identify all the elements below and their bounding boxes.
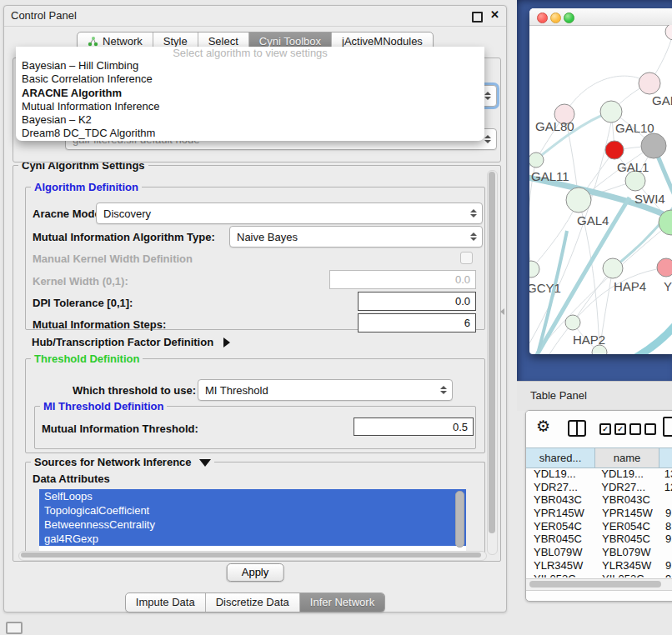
tab-label: Cyni Toolbox <box>259 35 321 48</box>
dropdown-item[interactable]: Basic Correlation Inference <box>16 72 484 86</box>
gray-node[interactable] <box>641 133 666 158</box>
node-label: HAP4 <box>614 279 646 293</box>
kernel-width-field[interactable]: 0.0 <box>329 270 476 289</box>
dropdown-item[interactable]: ARACNE Algorithm <box>16 87 484 100</box>
mi-type-combobox[interactable]: Naive Bayes <box>229 226 483 248</box>
float-panel-icon[interactable] <box>472 12 483 22</box>
network-graph[interactable]: GALGAL80GAL10GAL1GAL11GAL4SWI4GCY1HAP4YH… <box>529 25 672 354</box>
threshold-definition-title: Threshold Definition <box>31 352 143 365</box>
hub-definition-toggle[interactable]: Hub/Transcription Factor Definition <box>32 336 230 348</box>
network-window-titlebar[interactable] <box>529 8 672 26</box>
split-pane-collapse-handle[interactable] <box>500 308 504 315</box>
dropdown-item[interactable]: Dream8 DC_TDC Algorithm <box>16 127 484 140</box>
table-cell: YDR27... <box>594 481 656 494</box>
table-row[interactable]: YIL053CYIL053C9 <box>526 572 672 578</box>
dropdown-item[interactable]: Bayesian – K2 <box>16 113 484 127</box>
node-label: SWI4 <box>634 192 665 206</box>
gal4-node[interactable] <box>566 188 591 212</box>
gcy1-node[interactable] <box>529 261 539 278</box>
table-row[interactable]: YBR043CYBR043C <box>526 493 672 507</box>
control-panel-titlebar: Control Panel ✕ <box>4 6 506 27</box>
close-panel-icon[interactable]: ✕ <box>490 8 499 21</box>
zoom-window-icon[interactable] <box>564 12 574 23</box>
table-panel-title: Table Panel <box>530 389 587 402</box>
sources-title[interactable]: Sources for Network Inference <box>31 456 214 468</box>
table-horizontal-scrollbar[interactable] <box>526 578 672 591</box>
apply-button[interactable]: Apply <box>227 563 284 582</box>
kernel-width-value: 0.0 <box>455 273 470 286</box>
select-all-icon[interactable]: ✓✓ <box>599 423 626 435</box>
network-view-panel: GALGAL80GAL10GAL1GAL11GAL4SWI4GCY1HAP4YH… <box>517 0 672 381</box>
table-header-row: shared...name <box>526 448 672 468</box>
table-cell: YLR345W <box>594 559 658 572</box>
kernel-width-label: Kernel Width (0,1): <box>33 275 128 288</box>
dpi-tolerance-label: DPI Tolerance [0,1]: <box>33 297 133 309</box>
list-scrollbar[interactable] <box>455 491 464 548</box>
table-cell: YIL053C <box>526 572 594 578</box>
data-attributes-label: Data Attributes <box>33 472 110 485</box>
scrollbar-thumb[interactable] <box>529 581 661 588</box>
salmon-node[interactable] <box>657 258 672 277</box>
attribute-list-item-selected[interactable]: TopologicalCoefficient <box>39 503 466 518</box>
minimize-window-icon[interactable] <box>550 12 561 23</box>
algorithm-dropdown[interactable]: Select algorithm to view settings Bayesi… <box>16 47 484 141</box>
hap2-node[interactable] <box>565 315 580 330</box>
table-row[interactable]: YER054CYER054C8. <box>526 520 672 533</box>
mi-threshold-field[interactable]: 0.5 <box>354 418 474 436</box>
settings-vertical-scrollbar[interactable] <box>487 170 498 555</box>
column-header[interactable]: name <box>595 448 659 468</box>
table-cell: 9. <box>658 532 672 546</box>
dpi-tolerance-field[interactable]: 0.0 <box>358 292 476 311</box>
table-row[interactable]: YBL079WYBL079W <box>526 546 672 559</box>
table-row[interactable]: YLR345WYLR345W9. <box>526 559 672 572</box>
mi-threshold-value: 0.5 <box>453 421 468 433</box>
selected-red-node[interactable] <box>605 141 624 159</box>
table-panel-titlebar: Table Panel <box>517 381 672 411</box>
threshold-definition-group: Threshold Definition Which threshold to … <box>25 358 485 453</box>
table-row[interactable]: YDR27...YDR27...12 <box>526 481 672 494</box>
aracne-mode-combobox[interactable]: Discovery <box>96 202 483 224</box>
tab-label: Select <box>208 35 238 48</box>
attribute-list-item-selected[interactable]: BetweennessCentrality <box>39 518 466 532</box>
tab-label: Infer Network <box>310 596 374 608</box>
table-cell: YPR145W <box>594 507 658 520</box>
stepper-arrows-icon <box>470 209 476 218</box>
tab-impute-data[interactable]: Impute Data <box>126 593 206 612</box>
settings-horizontal-scrollbar[interactable] <box>18 551 487 561</box>
column-header[interactable]: shared... <box>526 448 595 468</box>
hub-definition-label: Hub/Transcription Factor Definition <box>32 336 213 348</box>
manual-kernel-checkbox[interactable] <box>460 252 473 264</box>
which-threshold-value: MI Threshold <box>205 384 268 397</box>
stepper-arrows-icon <box>484 92 490 100</box>
table-row[interactable]: YBR045CYBR045C9. <box>526 532 672 546</box>
table-row[interactable]: YDL19...YDL19...13 <box>526 468 672 481</box>
dropdown-item[interactable]: Bayesian – Hill Climbing <box>16 59 484 72</box>
aracne-mode-label: Aracne Mode: <box>33 208 104 220</box>
which-threshold-combobox[interactable]: MI Threshold <box>198 379 453 401</box>
tab-infer-network[interactable]: Infer Network <box>300 593 384 612</box>
table-row[interactable]: YPR145WYPR145W9. <box>526 507 672 520</box>
tab-discretize-data[interactable]: Discretize Data <box>206 593 300 612</box>
gal10-node[interactable] <box>600 101 622 122</box>
gear-icon[interactable]: ⚙ <box>536 418 550 436</box>
dropdown-item[interactable]: Mutual Information Inference <box>16 100 484 113</box>
table-cell <box>658 493 665 507</box>
gal-node[interactable] <box>639 72 660 94</box>
export-table-icon[interactable] <box>663 417 672 437</box>
partial-top-node[interactable] <box>665 25 672 40</box>
gal11-node[interactable] <box>529 152 544 168</box>
mi-steps-field[interactable]: 6 <box>358 313 476 332</box>
expanded-arrow-icon <box>199 459 211 467</box>
data-attributes-list[interactable]: SelfLoopsTopologicalCoefficientBetweenne… <box>39 489 466 552</box>
table-cell: YER054C <box>526 520 594 533</box>
deselect-all-icon[interactable] <box>629 423 656 435</box>
collapsed-panel-icon[interactable] <box>6 622 23 634</box>
attribute-list-item-selected[interactable]: SelfLoops <box>39 489 466 503</box>
network-window[interactable]: GALGAL80GAL10GAL1GAL11GAL4SWI4GCY1HAP4YH… <box>529 8 672 354</box>
table-cell: YBR045C <box>526 532 594 546</box>
close-window-icon[interactable] <box>537 12 548 23</box>
split-view-icon[interactable] <box>568 420 586 437</box>
hap4-node[interactable] <box>603 258 623 278</box>
attribute-list-item-selected[interactable]: gal4RGexp <box>39 532 466 546</box>
column-header[interactable] <box>659 448 672 468</box>
